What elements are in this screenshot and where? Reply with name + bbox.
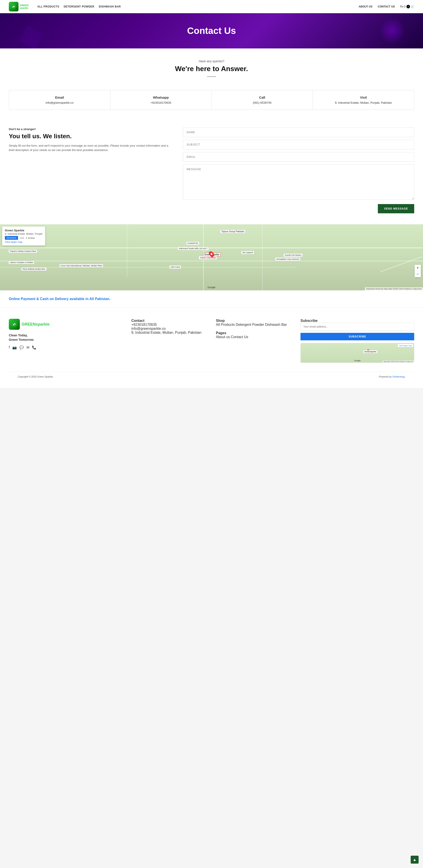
footer-socials: f 📷 💬 ✉ 📞: [9, 345, 122, 349]
road-h1: [0, 247, 423, 248]
whatsapp-card-title: Whatsapp: [115, 96, 207, 99]
map-label-suzuki: HAMIDPUR: [186, 242, 199, 245]
form-left: Don't be a stranger! You tell us. We lis…: [9, 127, 174, 153]
nav-detergent-powder[interactable]: DETERGENT POWDER: [64, 5, 94, 8]
footer-about-us[interactable]: About us: [216, 335, 230, 339]
form-heading: You tell us. We listen.: [9, 132, 174, 140]
form-dont-label: Don't be a stranger!: [9, 127, 174, 131]
map-label-rana: Rana Wakeel poultry farm: [21, 267, 47, 271]
email-card-title: Email: [13, 96, 106, 99]
pages-col-heading: Pages: [216, 331, 292, 335]
form-description: Simply fill out the form, and we'll resp…: [9, 144, 174, 153]
view-larger-map-link[interactable]: View larger map: [5, 241, 43, 243]
logo-text: GREEN sparkle: [20, 4, 28, 9]
footer: GREENsparkle Clean Today, Green Tomorrow…: [0, 308, 423, 388]
call-card-value: (061) 6539745: [216, 101, 308, 104]
facebook-icon[interactable]: f: [9, 345, 10, 349]
send-message-button[interactable]: SEND MESSAGE: [378, 204, 414, 213]
contact-card-whatsapp: Whatsapp +923018170635: [110, 90, 212, 110]
cart-icon: 🛒: [411, 5, 414, 8]
subscribe-heading: Subscribe: [301, 319, 414, 323]
bottom-bar: Copyright © 2025 Green Sparkle. Powered …: [9, 372, 414, 381]
footer-shop-col: Shop All Products Detergent Powder Dishw…: [216, 319, 292, 363]
nav-dishwash-bar[interactable]: DISHWASH BAR: [99, 5, 121, 8]
footer-google-label: Google: [354, 360, 361, 362]
map-place-addr: 9, Industrial Estate, Multan, Punjab: [5, 232, 43, 235]
map-label-pepsico: PepsiCo Multan Snacks Plant: [8, 249, 37, 253]
map-label-topsun: Topsun Group Pakistan: [220, 229, 246, 234]
footer-contact-col: Contact +923018170635 info@greensparkle.…: [131, 319, 207, 363]
subscribe-email-input[interactable]: [301, 323, 414, 331]
map-actions: Directions 5.0 · 1 review: [5, 236, 43, 240]
nav-cart[interactable]: Rs 0 0 🛒: [400, 5, 414, 8]
footer-phone: +923018170635: [131, 323, 207, 327]
map-label-patron: Patron Chemicals: [199, 256, 217, 259]
directions-button[interactable]: Directions: [5, 236, 18, 240]
footer-brand-col: GREENsparkle Clean Today, Green Tomorrow…: [9, 319, 122, 363]
map-label-labour: Labour Complex At Multan: [8, 261, 34, 264]
whatsapp-card-value: +923018170635: [115, 101, 207, 104]
payment-section: Online Payment & Cash on Delivery availa…: [0, 290, 423, 308]
payment-text: Online Payment & Cash on Delivery availa…: [9, 297, 414, 301]
navbar: GREEN sparkle ALL PRODUCTS DETERGENT POW…: [0, 0, 423, 13]
footer-map-thumbnail: View larger map Green Sparkle Google Map…: [301, 343, 414, 363]
powered-by: Powered by Oriolenergy.: [379, 375, 405, 378]
nav-about-us[interactable]: ABOUT US: [359, 5, 372, 8]
contact-card-email: Email info@greensparkle.co: [9, 90, 110, 110]
cart-price: Rs 0: [400, 5, 405, 8]
hero-title: Contact Us: [187, 26, 236, 36]
footer-contact-us[interactable]: Contact Us: [231, 335, 248, 339]
queries-title: We're here to Answer.: [9, 65, 414, 73]
cart-badge: 0: [406, 5, 410, 8]
nav-right: ABOUT US CONTACT US Rs 0 0 🛒: [359, 5, 414, 8]
map-rating: 5.0 · 1 review: [20, 237, 35, 239]
footer-dishwash-bar[interactable]: Dishwash Bar: [265, 323, 287, 327]
footer-view-larger[interactable]: View larger map: [399, 345, 412, 347]
map-label-mahmood: Mahmood Textile Mills Ltd Unit 7: [177, 247, 209, 250]
map-section: Topsun Group Pakistan PepsiCo Multan Sna…: [0, 224, 423, 290]
footer-map-info[interactable]: View larger map: [398, 344, 413, 347]
road-h2: [0, 261, 423, 261]
map-pin: [209, 251, 214, 257]
footer-grid: GREENsparkle Clean Today, Green Tomorrow…: [9, 319, 414, 363]
map-label-anc: ANC Food: [169, 265, 181, 269]
subscribe-button[interactable]: SUBSCRIBE: [301, 333, 414, 340]
visit-card-value: 9, Industrial Estate, Multan, Punjab, Pa…: [317, 101, 410, 104]
nav-contact-us[interactable]: CONTACT US: [378, 5, 395, 8]
footer-tagline: Clean Today, Green Tomorrow.: [9, 333, 122, 342]
contact-col-heading: Contact: [131, 319, 207, 323]
email-input[interactable]: [183, 152, 414, 162]
name-input[interactable]: [183, 127, 414, 137]
map-zoom-out[interactable]: −: [415, 271, 421, 277]
footer-logo-icon: [9, 319, 20, 330]
map-label-mg: MG Apparel: [241, 251, 254, 254]
logo-icon: [9, 2, 19, 11]
contact-card-visit: Visit 9, Industrial Estate, Multan, Punj…: [313, 90, 414, 110]
footer-detergent-powder[interactable]: Detergent Powder: [236, 323, 264, 327]
map-label-syngenta: Suzuki Fort Motors: [283, 253, 303, 257]
instagram-icon[interactable]: 📷: [12, 345, 17, 349]
map-place-name: Green Sparkle: [5, 229, 43, 232]
google-label: Google: [207, 286, 215, 288]
nav-all-products[interactable]: ALL PRODUCTS: [37, 5, 59, 8]
footer-logo-text: GREENsparkle: [22, 322, 50, 327]
oriolenergy-link[interactable]: Oriolenergy: [392, 375, 405, 378]
map-placeholder: Topsun Group Pakistan PepsiCo Multan Sna…: [0, 224, 423, 290]
phone-icon[interactable]: 📞: [32, 345, 36, 349]
call-card-title: Call: [216, 96, 308, 99]
email-icon[interactable]: ✉: [26, 345, 29, 349]
whatsapp-icon[interactable]: 💬: [19, 345, 24, 349]
message-input[interactable]: [183, 164, 414, 200]
form-right: SEND MESSAGE: [183, 127, 414, 213]
map-zoom-in[interactable]: +: [415, 265, 421, 271]
map-credits: Keyboard shortcuts Map data ©2025 Terms …: [365, 287, 423, 290]
logo[interactable]: GREEN sparkle: [9, 2, 28, 11]
road-v3: [127, 224, 128, 277]
visit-card-title: Visit: [317, 96, 410, 99]
map-zoom-controls: + −: [415, 265, 421, 277]
email-card-value: info@greensparkle.co: [13, 101, 106, 104]
footer-all-products[interactable]: All Products: [216, 323, 235, 327]
footer-logo: GREENsparkle: [9, 319, 122, 330]
subject-input[interactable]: [183, 140, 414, 150]
footer-subscribe-col: Subscribe SUBSCRIBE View larger map Gree…: [301, 319, 414, 363]
